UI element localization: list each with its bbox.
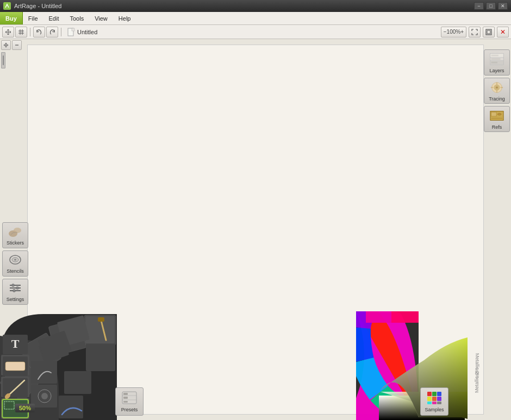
layers-button[interactable]: Layers: [484, 49, 510, 76]
svg-rect-3: [487, 30, 490, 34]
svg-point-13: [12, 284, 15, 287]
refs-button[interactable]: Refs: [484, 106, 510, 132]
toolbar-doc-label: Untitled: [64, 28, 101, 36]
settings-label: Settings: [7, 297, 24, 302]
stickers-icon: [8, 225, 23, 239]
metallic-label: Metallic 0%: [474, 368, 479, 393]
svg-rect-21: [491, 58, 501, 60]
brush-size-display: 50%: [15, 404, 35, 412]
stencils-label: Stencils: [7, 268, 24, 274]
menu-buy[interactable]: Buy: [0, 12, 23, 24]
zoom-in-out[interactable]: −100%+: [441, 27, 466, 37]
svg-rect-78: [427, 397, 432, 401]
svg-point-15: [13, 290, 16, 292]
maximize-button[interactable]: □: [486, 2, 496, 10]
doc-name: Untitled: [77, 29, 97, 35]
app-icon: [3, 2, 11, 10]
settings-button[interactable]: Settings: [2, 279, 28, 305]
menu-file[interactable]: File: [23, 12, 43, 24]
svg-point-25: [496, 86, 498, 89]
stencils-icon: [8, 253, 23, 267]
settings-icon: [8, 281, 23, 296]
grid-button[interactable]: [15, 27, 27, 37]
svg-rect-4: [3, 55, 4, 65]
svg-rect-59: [64, 371, 91, 394]
svg-rect-80: [437, 397, 441, 401]
title-bar-left: ArtRage - Untitled: [3, 2, 61, 10]
samples-button[interactable]: Samples: [420, 387, 448, 416]
move-tool-button[interactable]: [2, 27, 14, 37]
title-text: ArtRage - Untitled: [14, 3, 61, 9]
title-bar-controls: − □ ✕: [474, 2, 508, 10]
vertical-tool-button[interactable]: [1, 52, 5, 68]
toolbar-sep-1: [30, 28, 30, 36]
tracing-button[interactable]: Tracing: [484, 78, 510, 104]
svg-rect-76: [432, 392, 437, 396]
toolbar: Untitled −100%+ ✕: [0, 25, 511, 39]
layers-icon: [489, 52, 504, 67]
toolbar-sep-2: [61, 28, 61, 36]
canvas-nav: [0, 39, 23, 51]
fit-button[interactable]: [469, 27, 481, 37]
minimize-button[interactable]: −: [474, 2, 484, 10]
svg-rect-75: [427, 392, 432, 396]
svg-text:T: T: [11, 337, 20, 350]
presets-icon: [121, 391, 138, 406]
presets-label: Presets: [121, 407, 138, 412]
svg-rect-66: [123, 397, 128, 399]
right-panels: Layers Tracing R: [483, 47, 511, 134]
canvas-area: Stickers Stencils: [0, 39, 511, 420]
canvas-zoom-button[interactable]: [12, 40, 22, 50]
layers-label: Layers: [489, 68, 504, 73]
svg-rect-81: [427, 402, 432, 404]
tracing-label: Tracing: [489, 96, 505, 102]
svg-rect-67: [123, 401, 128, 403]
presets-button[interactable]: Presets: [115, 387, 144, 416]
svg-rect-35: [98, 317, 104, 322]
undo-button[interactable]: [33, 27, 45, 37]
close-doc-button[interactable]: ✕: [497, 27, 509, 37]
samples-icon: [426, 391, 443, 406]
svg-rect-27: [491, 112, 496, 116]
svg-rect-65: [123, 393, 128, 395]
menu-edit[interactable]: Edit: [43, 12, 65, 24]
color-wheel[interactable]: Metallic 0%: [356, 311, 481, 420]
menu-help[interactable]: Help: [113, 12, 136, 24]
svg-point-14: [16, 287, 19, 290]
redo-button[interactable]: [46, 27, 58, 37]
stickers-label: Stickers: [7, 240, 24, 246]
svg-rect-50: [5, 362, 25, 371]
menu-bar: Buy File Edit Tools View Help: [0, 12, 511, 25]
tracing-icon: [489, 80, 504, 95]
refs-label: Refs: [492, 124, 502, 130]
close-button[interactable]: ✕: [498, 2, 508, 10]
svg-rect-22: [491, 62, 497, 64]
canvas-pan-button[interactable]: [1, 40, 11, 50]
svg-point-9: [14, 259, 16, 261]
svg-rect-79: [432, 397, 437, 401]
svg-point-55: [41, 393, 48, 399]
svg-rect-77: [437, 392, 441, 396]
menu-view[interactable]: View: [89, 12, 113, 24]
left-panels: Stickers Stencils: [1, 221, 29, 306]
svg-rect-60: [86, 344, 115, 371]
stencils-button[interactable]: Stencils: [2, 250, 28, 277]
svg-rect-82: [432, 402, 437, 404]
samples-label: Samples: [425, 407, 444, 412]
fullscreen-button[interactable]: [483, 27, 495, 37]
svg-rect-83: [437, 402, 441, 404]
title-bar: ArtRage - Untitled − □ ✕: [0, 0, 511, 12]
refs-icon: [489, 108, 504, 123]
toolbar-right-group: −100%+ ✕: [441, 27, 509, 37]
menu-tools[interactable]: Tools: [64, 12, 89, 24]
stickers-button[interactable]: Stickers: [2, 222, 28, 248]
toolbar-left-group: Untitled: [2, 27, 101, 37]
svg-rect-1: [72, 28, 74, 31]
svg-rect-20: [491, 55, 498, 57]
